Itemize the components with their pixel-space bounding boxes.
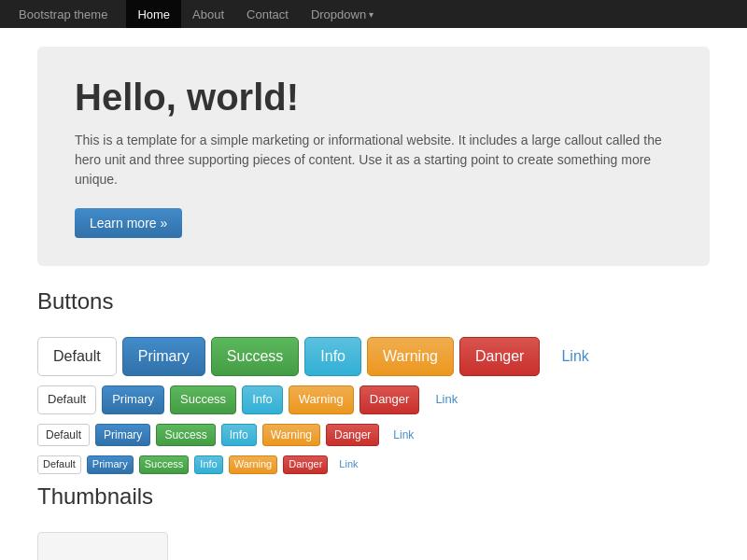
button-row-medium: Default Primary Success Info Warning Dan… — [37, 385, 710, 413]
nav-items: Home About Contact Dropdown ▾ — [126, 0, 385, 28]
hero-unit: Hello, world! This is a template for a s… — [37, 47, 710, 266]
button-row-large: Default Primary Success Info Warning Dan… — [37, 337, 710, 376]
btn-default-md[interactable]: Default — [37, 385, 96, 413]
learn-more-button[interactable]: Learn more » — [75, 208, 182, 238]
btn-danger-md[interactable]: Danger — [359, 385, 420, 413]
btn-warning-xs[interactable]: Warning — [229, 455, 278, 473]
thumbnails-section-title: Thumbnails — [37, 483, 710, 517]
btn-link-sm[interactable]: Link — [385, 424, 422, 447]
hero-description: This is a template for a simple marketin… — [75, 131, 672, 189]
btn-info-md[interactable]: Info — [242, 385, 283, 413]
hero-title: Hello, world! — [75, 75, 672, 119]
btn-default-lg[interactable]: Default — [37, 337, 117, 376]
btn-info-sm[interactable]: Info — [221, 424, 257, 447]
btn-danger-sm[interactable]: Danger — [326, 424, 379, 447]
btn-primary-sm[interactable]: Primary — [95, 424, 150, 447]
btn-link-lg[interactable]: Link — [545, 337, 604, 376]
btn-default-sm[interactable]: Default — [37, 424, 90, 447]
btn-warning-lg[interactable]: Warning — [367, 337, 454, 376]
buttons-section-title: Buttons — [37, 288, 710, 322]
btn-info-lg[interactable]: Info — [304, 337, 361, 376]
navbar-brand[interactable]: Bootstrap theme — [19, 7, 107, 21]
navbar: Bootstrap theme Home About Contact Dropd… — [0, 0, 747, 28]
thumbnail-item[interactable]: 200x200 — [37, 532, 168, 560]
btn-warning-sm[interactable]: Warning — [262, 424, 320, 447]
btn-success-md[interactable]: Success — [170, 385, 236, 413]
btn-warning-md[interactable]: Warning — [289, 385, 354, 413]
btn-success-lg[interactable]: Success — [211, 337, 299, 376]
btn-link-md[interactable]: Link — [425, 385, 468, 413]
nav-item-home[interactable]: Home — [126, 0, 181, 28]
thumbnails-section: Thumbnails 200x200 — [37, 483, 710, 560]
btn-default-xs[interactable]: Default — [37, 455, 81, 473]
btn-success-xs[interactable]: Success — [139, 455, 190, 473]
btn-danger-lg[interactable]: Danger — [459, 337, 540, 376]
main-content: Hello, world! This is a template for a s… — [19, 28, 728, 560]
btn-link-xs[interactable]: Link — [333, 455, 363, 473]
btn-info-xs[interactable]: Info — [194, 455, 222, 473]
btn-primary-md[interactable]: Primary — [102, 385, 164, 413]
btn-primary-xs[interactable]: Primary — [87, 455, 134, 473]
button-row-small: Default Primary Success Info Warning Dan… — [37, 424, 710, 447]
chevron-down-icon: ▾ — [369, 9, 374, 20]
button-row-xsmall: Default Primary Success Info Warning Dan… — [37, 455, 710, 473]
btn-danger-xs[interactable]: Danger — [283, 455, 328, 473]
nav-item-contact[interactable]: Contact — [235, 0, 300, 28]
btn-success-sm[interactable]: Success — [156, 424, 215, 447]
nav-item-about[interactable]: About — [181, 0, 235, 28]
btn-primary-lg[interactable]: Primary — [122, 337, 205, 376]
buttons-section: Buttons Default Primary Success Info War… — [37, 288, 710, 474]
nav-item-dropdown[interactable]: Dropdown ▾ — [300, 0, 385, 28]
